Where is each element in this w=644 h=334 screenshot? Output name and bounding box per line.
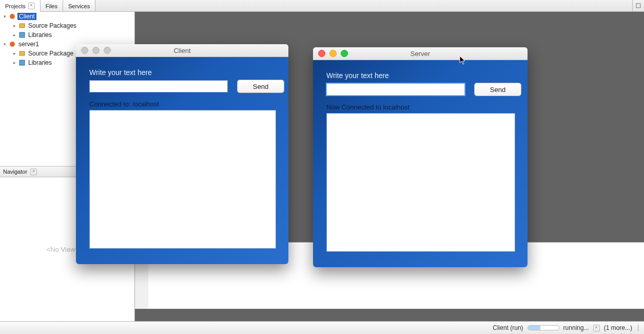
- stop-task-icon[interactable]: ×: [593, 325, 600, 331]
- zoom-window-icon[interactable]: [341, 50, 348, 57]
- libraries-icon: [18, 59, 26, 66]
- server-log-area[interactable]: [326, 113, 515, 252]
- server-send-label: Send: [490, 86, 505, 94]
- package-icon: [18, 22, 26, 29]
- side-tabs: Projects × Files Services: [0, 0, 644, 12]
- tree-node-client-src[interactable]: ▸ Source Packages: [0, 21, 134, 30]
- server-prompt-label: Write your text here: [326, 71, 514, 80]
- collapse-icon[interactable]: ▾: [2, 14, 7, 19]
- tree-node-client[interactable]: ▾ Client: [0, 12, 134, 21]
- client-titlebar[interactable]: Client: [76, 44, 288, 57]
- expand-icon[interactable]: ▸: [12, 60, 17, 65]
- client-body: Write your text here Send Connected to: …: [76, 57, 288, 264]
- status-state-label: running...: [563, 324, 589, 331]
- server-titlebar[interactable]: Server: [313, 47, 528, 60]
- traffic-lights: [76, 47, 111, 54]
- svg-rect-5: [19, 51, 25, 55]
- status-task-label: Client (run): [493, 324, 523, 331]
- tree-label: Source Packages: [27, 22, 77, 29]
- expand-icon[interactable]: ▸: [12, 23, 17, 28]
- tab-projects-label: Projects: [5, 3, 26, 9]
- traffic-lights: [313, 50, 348, 57]
- tree-label: server1: [17, 41, 40, 48]
- close-icon[interactable]: ×: [30, 169, 37, 175]
- server-send-button[interactable]: Send: [474, 83, 521, 96]
- tab-projects[interactable]: Projects ×: [0, 0, 41, 12]
- tab-files-label: Files: [46, 3, 57, 9]
- minimize-panel-icon[interactable]: [632, 0, 644, 11]
- client-message-input[interactable]: [89, 80, 228, 92]
- tree-label: Libraries: [27, 31, 53, 39]
- close-window-icon[interactable]: [318, 50, 325, 57]
- client-window[interactable]: Client Write your text here Send Connect…: [76, 44, 288, 264]
- server-status-label: Now Connected to localhost: [326, 103, 514, 111]
- notifications-handle[interactable]: ┆: [636, 324, 640, 331]
- svg-point-4: [10, 42, 15, 47]
- svg-point-1: [10, 14, 15, 19]
- minimize-window-icon[interactable]: [92, 47, 100, 54]
- expand-icon[interactable]: ▸: [12, 32, 17, 38]
- tree-label: Libraries: [27, 59, 53, 66]
- package-icon: [18, 50, 26, 57]
- client-send-label: Send: [253, 83, 268, 90]
- svg-rect-6: [19, 60, 25, 65]
- zoom-window-icon[interactable]: [104, 47, 111, 54]
- tab-services-label: Services: [68, 3, 90, 9]
- tab-files[interactable]: Files: [41, 0, 63, 11]
- tree-label: Source Package: [27, 50, 74, 57]
- svg-rect-2: [19, 24, 25, 28]
- svg-rect-0: [636, 4, 640, 8]
- client-status-label: Connected to: localhost: [89, 100, 275, 108]
- client-send-button[interactable]: Send: [237, 80, 284, 93]
- libraries-icon: [18, 31, 26, 39]
- expand-icon[interactable]: ▸: [12, 51, 17, 56]
- client-log-area[interactable]: [89, 110, 276, 249]
- tab-services[interactable]: Services: [63, 0, 95, 11]
- svg-rect-3: [19, 32, 25, 38]
- progress-bar: [528, 325, 559, 330]
- java-project-icon: [9, 41, 16, 48]
- minimize-window-icon[interactable]: [329, 50, 337, 57]
- navigator-tab-label: Navigator: [3, 169, 27, 175]
- status-bar: Client (run) running... × (1 more...) ┆: [0, 321, 644, 334]
- client-prompt-label: Write your text here: [89, 68, 275, 77]
- server-window[interactable]: Server Write your text here Send Now Con…: [313, 47, 528, 267]
- tree-label: Client: [17, 13, 36, 20]
- status-more-label[interactable]: (1 more...): [604, 324, 632, 331]
- java-project-icon: [9, 13, 16, 20]
- close-window-icon[interactable]: [81, 47, 88, 54]
- collapse-icon[interactable]: ▾: [2, 42, 7, 47]
- server-body: Write your text here Send Now Connected …: [313, 60, 528, 267]
- close-icon[interactable]: ×: [28, 3, 35, 9]
- tree-node-client-lib[interactable]: ▸ Libraries: [0, 30, 134, 40]
- server-message-input[interactable]: [326, 83, 465, 96]
